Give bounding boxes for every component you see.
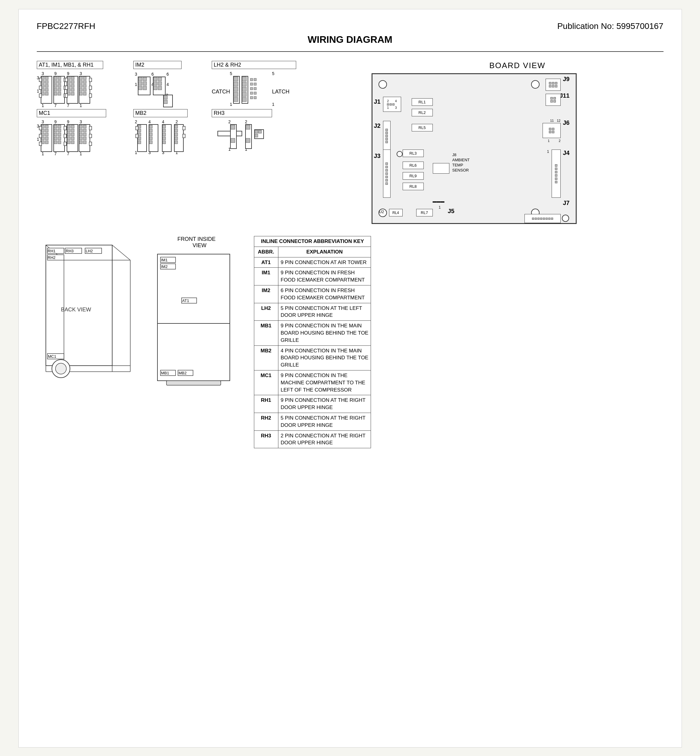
page: FPBC2277RFH Publication No: 5995700167 W… [19,9,682,748]
table-row: IM26 PIN CONNECTION IN FRESH FOOD ICEMAK… [254,285,371,303]
svg-rect-201 [149,133,152,136]
svg-rect-62 [83,92,86,95]
col-explanation: EXPLANATION [278,246,371,257]
abbr-cell: RH1 [254,395,278,413]
svg-rect-31 [54,88,57,91]
table-row: MC19 PIN CONNECTION IN THE MACHINE COMPA… [254,370,371,395]
svg-rect-82 [153,77,157,81]
svg-rect-145 [58,125,61,128]
svg-text:CATCH: CATCH [212,89,230,95]
svg-rect-213 [175,133,178,136]
svg-text:3: 3 [80,71,82,76]
explanation-cell: 5 PIN CONNECTION AT THE RIGHT DOOR UPPER… [278,413,371,430]
lh2-rh2-label: LH2 & RH2 [212,61,296,69]
svg-text:3: 3 [42,71,44,76]
svg-rect-118 [254,97,256,99]
svg-rect-176 [83,137,86,140]
svg-rect-65 [89,94,92,97]
svg-rect-173 [79,133,82,136]
svg-text:1: 1 [135,150,137,155]
back-view-container: RH1 RH3 RH2 LH2 BACK VIEW MC1 [37,236,139,393]
svg-text:RH1: RH1 [48,249,56,253]
connector-mb2: MB2 2 4 4 2 1 3 3 1 [133,109,188,159]
explanation-cell: 9 PIN CONNECTION IN THE MAIN BOARD HOUSI… [278,321,371,346]
svg-rect-172 [83,129,86,132]
svg-text:AT1: AT1 [182,298,189,303]
svg-rect-29 [54,84,57,87]
divider [37,51,664,52]
svg-rect-30 [58,84,61,87]
rl3-circle [397,151,403,157]
j6-numbers-bottom: 12 [548,139,560,143]
svg-rect-25 [54,76,57,79]
table-row: IM19 PIN CONNECTION IN FRESH FOOD ICEMAK… [254,268,371,285]
svg-text:BACK VIEW: BACK VIEW [61,307,91,313]
explanation-cell: 6 PIN CONNECTION IN FRESH FOOD ICEMAKER … [278,285,371,303]
j9-label: J9 [563,76,569,83]
svg-text:1: 1 [37,89,39,94]
abbr-cell: MB1 [254,321,278,346]
rl3-box: RL3 [403,150,424,157]
svg-rect-154 [64,126,66,130]
connector-mc1: MC1 3 1 3 9 9 3 1 7 7 1 [37,109,106,159]
u2-label: U2 [379,209,384,214]
svg-text:7: 7 [67,103,69,108]
svg-rect-166 [67,141,70,144]
rl2-box: RL2 [412,109,433,116]
abbr-cell: AT1 [254,257,278,268]
svg-text:1: 1 [230,102,232,107]
svg-rect-159 [71,125,74,128]
svg-text:6: 6 [167,72,169,76]
abbr-cell: RH2 [254,413,278,430]
svg-rect-12 [45,76,48,79]
svg-rect-114 [254,78,256,81]
header: FPBC2277RFH Publication No: 5995700167 [37,22,664,31]
svg-text:7: 7 [54,103,57,108]
svg-rect-170 [83,125,86,128]
svg-text:7: 7 [54,151,57,156]
svg-rect-117 [254,92,256,94]
title-area: WIRING DIAGRAM [37,34,664,45]
svg-rect-153 [58,141,61,144]
table-row: RH25 PIN CONNECTION AT THE RIGHT DOOR UP… [254,413,371,430]
svg-rect-84 [153,82,157,85]
svg-rect-21 [39,78,42,82]
j11-label: J11 [559,92,569,99]
svg-rect-75 [138,77,142,81]
svg-text:IM2: IM2 [161,264,168,269]
rl1-box: RL1 [412,98,433,106]
svg-rect-155 [64,134,66,138]
svg-rect-87 [158,86,162,90]
connectors-section: AT1, IM1, MB1, & RH1 3 1 3 9 9 3 1 [37,61,353,224]
svg-rect-112 [250,92,253,94]
svg-rect-180 [89,134,92,138]
board-view-section: BOARD VIEW J9 [372,61,664,224]
svg-text:2: 2 [228,119,231,124]
svg-text:1: 1 [42,103,44,108]
svg-rect-105 [242,82,247,86]
svg-rect-131 [45,125,48,128]
svg-rect-169 [79,125,82,128]
svg-text:2: 2 [175,119,178,124]
table-title: INLINE CONNECTOR ABBREVIATION KEY [254,236,371,247]
j6-numbers: 1112 [550,119,561,122]
svg-rect-144 [54,125,57,128]
svg-rect-46 [71,88,74,91]
svg-rect-200 [149,129,152,132]
svg-rect-102 [234,97,238,101]
svg-rect-14 [45,81,48,84]
explanation-cell: 5 PIN CONNECTION AT THE LEFT DOOR UPPER … [278,303,371,321]
j8-connector [433,163,449,174]
abbr-cell: MC1 [254,370,278,395]
svg-rect-108 [242,97,247,101]
front-inside-svg: IM1 IM2 AT1 MB1 MB2 [155,251,239,396]
svg-text:3: 3 [135,72,137,76]
mb2-connector-svg: 2 4 4 2 1 3 3 1 [133,119,188,158]
rl5-box: RL5 [412,124,433,131]
svg-text:1: 1 [80,151,82,156]
rl6-box: RL6 [403,162,424,169]
abbr-cell: LH2 [254,303,278,321]
svg-rect-85 [158,82,162,85]
svg-rect-58 [83,84,86,87]
svg-rect-196 [136,126,138,130]
